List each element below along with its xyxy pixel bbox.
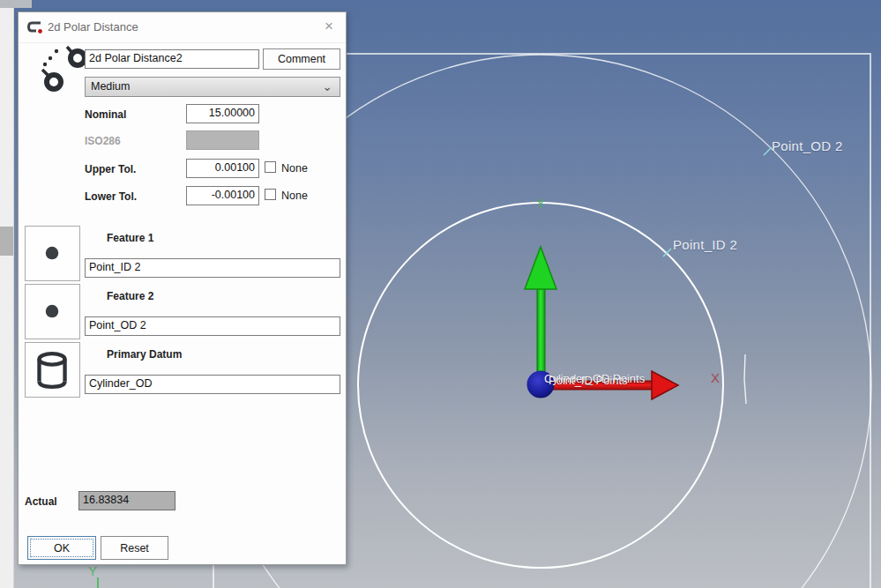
polar-distance-icon <box>38 46 89 95</box>
point-icon <box>26 226 79 281</box>
point-id-label[interactable]: Point_ID 2 <box>673 237 737 252</box>
model-edge-segment <box>744 354 746 404</box>
lower-tol-label: Lower Tol. <box>85 190 137 203</box>
point-od-label[interactable]: Point_OD 2 <box>772 138 843 153</box>
reset-button[interactable]: Reset <box>101 536 168 560</box>
upper-tol-none-checkbox[interactable] <box>265 161 276 173</box>
x-axis-label: X <box>711 370 720 385</box>
y-axis-arrow-head <box>525 247 556 289</box>
feature2-input[interactable]: Point_OD 2 <box>85 316 340 336</box>
feature1-input[interactable]: Point_ID 2 <box>85 258 340 278</box>
label-tick-od <box>764 147 772 155</box>
dialog-title: 2d Polar Distance <box>48 20 138 33</box>
cylinder-icon <box>26 342 79 398</box>
primary-datum-input[interactable]: Cylinder_OD <box>85 375 340 394</box>
iso286-field <box>186 130 259 150</box>
iso286-label: ISO286 <box>85 135 121 147</box>
actual-label: Actual <box>25 495 57 508</box>
actual-value-field: 16.83834 <box>78 491 175 510</box>
origin-feature-label-2: Point_ID Points <box>549 374 628 387</box>
dialog-title-icon <box>27 21 44 34</box>
close-icon[interactable]: × <box>321 19 337 34</box>
top-left-frame-piece <box>0 0 32 8</box>
nominal-input[interactable]: 15.00000 <box>186 104 259 123</box>
feature1-label: Feature 1 <box>107 232 153 244</box>
lower-tol-none-label: None <box>281 190 308 202</box>
upper-tol-input[interactable]: 0.00100 <box>186 159 259 178</box>
dialog-titlebar[interactable]: 2d Polar Distance × <box>19 12 346 43</box>
name-input[interactable]: 2d Polar Distance2 <box>85 49 259 69</box>
x-axis-arrow-head <box>652 371 678 399</box>
lower-tol-none-checkbox[interactable] <box>265 189 276 200</box>
chevron-down-icon: ⌄ <box>322 79 332 93</box>
lower-tol-input[interactable]: -0.00100 <box>186 186 259 205</box>
point-icon <box>26 284 79 339</box>
feature2-label: Feature 2 <box>107 290 153 302</box>
comment-button[interactable]: Comment <box>263 48 340 70</box>
tolerance-class-value: Medium <box>91 80 130 93</box>
tolerance-class-select[interactable]: Medium ⌄ <box>85 77 340 97</box>
nominal-label: Nominal <box>85 108 126 121</box>
application-window: Point_OD 2 Point_ID 2 Y X Y Cylinder_OD … <box>0 0 881 588</box>
primary-datum-label: Primary Datum <box>107 348 182 361</box>
upper-tol-label: Upper Tol. <box>85 163 136 175</box>
feature1-icon-button[interactable] <box>25 226 80 281</box>
polar-distance-dialog: 2d Polar Distance × 2d Polar Distance2 C… <box>18 11 347 565</box>
upper-tol-none-label: None <box>281 162 308 175</box>
feature2-icon-button[interactable] <box>25 284 80 339</box>
splitter-handle[interactable] <box>0 227 13 256</box>
y-axis-label: Y <box>536 196 545 211</box>
bottom-y-axis-label: Y <box>88 563 97 578</box>
left-dock-strip <box>0 0 14 588</box>
ok-button[interactable]: OK <box>27 536 96 560</box>
primary-datum-icon-button[interactable] <box>25 342 80 398</box>
